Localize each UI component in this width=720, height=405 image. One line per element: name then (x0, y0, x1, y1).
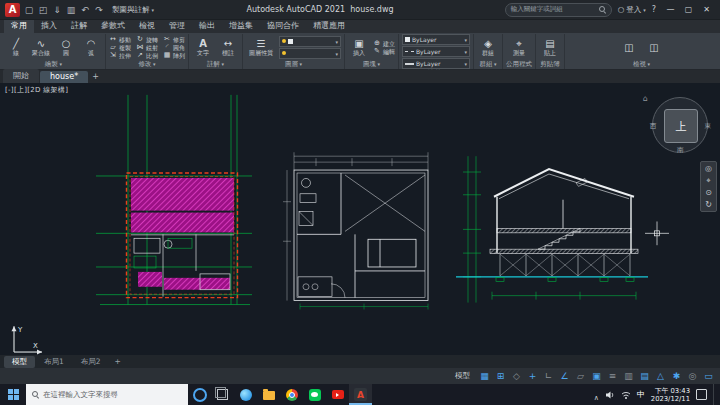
viewcube-west-label[interactable]: 西 (650, 122, 657, 131)
fillet-tool[interactable]: 圓角 (163, 44, 185, 51)
edit-block-tool[interactable]: 編輯 (373, 48, 395, 55)
rotate-tool[interactable]: 旋轉 (136, 36, 158, 43)
named-views-tool[interactable] (643, 42, 665, 53)
workspace-switching-icon[interactable] (669, 370, 684, 382)
ime-indicator[interactable]: 中 (637, 389, 645, 400)
linetype-dropdown[interactable]: ByLayer (402, 46, 470, 57)
chrome-app[interactable] (280, 384, 303, 405)
file-tab-house[interactable]: house* (40, 71, 88, 83)
show-desktop-button[interactable] (713, 384, 717, 405)
layout-tab-layout1[interactable]: 布局1 (36, 356, 72, 368)
dynamic-input-icon[interactable] (525, 370, 540, 382)
mirror-tool[interactable]: 鏡射 (136, 44, 158, 51)
group-tool[interactable]: 群組 (477, 38, 499, 56)
layer-properties-tool[interactable]: 圖層性質 (246, 38, 276, 56)
tab-output[interactable]: 輸出 (192, 19, 222, 33)
viewcube-south-label[interactable]: 南 (677, 146, 684, 155)
polyline-tool[interactable]: 聚合線 (30, 38, 52, 56)
panel-label-annotation[interactable]: 註解 (192, 60, 239, 69)
task-view-button[interactable] (211, 384, 234, 405)
taskbar-clock[interactable]: 下午 03:43 2023/12/11 (651, 387, 690, 403)
dimensions-middle[interactable] (283, 152, 428, 300)
object-color-dropdown[interactable]: ByLayer (402, 34, 470, 45)
panel-label-block[interactable]: 圖塊 (348, 60, 395, 69)
text-tool[interactable]: 文字 (192, 38, 214, 56)
tab-annotate[interactable]: 註解 (64, 19, 94, 33)
panel-label-layers[interactable]: 圖層 (246, 60, 341, 69)
maximize-button[interactable] (680, 2, 697, 17)
grid-icon[interactable] (477, 370, 492, 382)
viewport-tool[interactable] (618, 42, 640, 53)
tab-featured-apps[interactable]: 精選應用 (306, 19, 352, 33)
tab-manage[interactable]: 管理 (162, 19, 192, 33)
panel-label-utilities[interactable]: 公用程式 (506, 60, 532, 69)
edge-app[interactable] (234, 384, 257, 405)
arc-tool[interactable]: 弧 (80, 38, 102, 56)
tab-parametric[interactable]: 參數式 (94, 19, 132, 33)
action-center-icon[interactable] (696, 389, 707, 400)
dimensions-middle-green[interactable] (300, 304, 428, 310)
ortho-mode-icon[interactable] (541, 370, 556, 382)
measure-tool[interactable]: 測量 (508, 38, 530, 56)
open-file-icon[interactable] (38, 5, 48, 15)
file-tab-start[interactable]: 開始 (3, 69, 39, 83)
orbit-icon[interactable]: ↻ (705, 200, 712, 209)
start-button[interactable] (0, 384, 26, 405)
layout-tab-model[interactable]: 模型 (4, 356, 35, 368)
file-explorer-app[interactable] (257, 384, 280, 405)
minimize-button[interactable] (662, 2, 679, 17)
zoom-icon[interactable]: ⊙ (705, 188, 712, 197)
circle-tool[interactable]: 圓 (55, 38, 77, 56)
help-search-input[interactable]: 輸入關鍵字或詞組 (505, 3, 612, 17)
pan-icon[interactable]: ⌖ (706, 176, 711, 185)
close-button[interactable] (698, 2, 715, 17)
panel-label-modify[interactable]: 修改 (109, 60, 185, 69)
panel-label-view[interactable]: 檢視 (568, 60, 715, 69)
video-app[interactable] (326, 384, 349, 405)
transparency-icon[interactable] (621, 370, 636, 382)
viewcube-top-face[interactable]: 上 (664, 109, 698, 143)
infer-constraints-icon[interactable] (509, 370, 524, 382)
create-block-tool[interactable]: 建立 (373, 40, 395, 47)
redo-icon[interactable] (94, 5, 104, 15)
array-tool[interactable]: 陣列 (163, 52, 185, 59)
workspace-dropdown[interactable]: 製圖與註解 (108, 4, 158, 16)
paste-tool[interactable]: 貼上 (539, 38, 561, 56)
network-icon[interactable] (621, 390, 631, 400)
tab-collaborate[interactable]: 協同合作 (260, 19, 306, 33)
tray-expand-icon[interactable] (594, 385, 599, 404)
model-paper-toggle[interactable]: 模型 (449, 371, 476, 381)
object-snap-icon[interactable] (589, 370, 604, 382)
tab-view[interactable]: 檢視 (132, 19, 162, 33)
viewcube[interactable]: 上 西 南 東 (652, 97, 708, 153)
insert-block-tool[interactable]: 插入 (348, 38, 370, 56)
trim-tool[interactable]: 修剪 (163, 36, 185, 43)
print-icon[interactable] (66, 5, 76, 15)
tab-addins[interactable]: 增益集 (222, 19, 260, 33)
tab-home[interactable]: 常用 (4, 19, 34, 33)
annotation-monitor-icon[interactable] (685, 370, 700, 382)
line-tool[interactable]: 線 (5, 38, 27, 56)
clean-screen-icon[interactable] (701, 370, 716, 382)
viewcube-east-label[interactable]: 東 (705, 122, 712, 131)
scale-tool[interactable]: 比例 (136, 52, 158, 59)
viewcube-home-icon[interactable] (643, 94, 648, 103)
tab-insert[interactable]: 插入 (34, 19, 64, 33)
volume-icon[interactable] (605, 390, 615, 400)
autocad-app[interactable] (349, 384, 372, 405)
layer-filter-dropdown[interactable] (279, 48, 341, 59)
panel-label-groups[interactable]: 群組 (477, 60, 499, 69)
panel-label-draw[interactable]: 繪製 (5, 60, 102, 69)
viewport-controls[interactable]: [-][上][2D 線架構] (5, 85, 68, 95)
polar-tracking-icon[interactable] (557, 370, 572, 382)
new-file-icon[interactable] (24, 5, 34, 15)
selection-cycling-icon[interactable] (637, 370, 652, 382)
lineweight-dropdown[interactable]: ByLayer (402, 58, 470, 69)
taskbar-search-input[interactable]: 在這裡輸入文字來搜尋 (26, 384, 188, 405)
panel-label-clipboard[interactable]: 剪貼簿 (539, 60, 561, 69)
model-space-canvas[interactable]: Y X [-][上][2D 線架構] 上 西 南 東 ◎ ⌖ ⊙ ↻ (0, 83, 720, 355)
isodraft-icon[interactable] (573, 370, 588, 382)
save-icon[interactable] (52, 5, 62, 15)
copy-tool[interactable]: 複製 (109, 44, 131, 51)
line-app[interactable] (303, 384, 326, 405)
